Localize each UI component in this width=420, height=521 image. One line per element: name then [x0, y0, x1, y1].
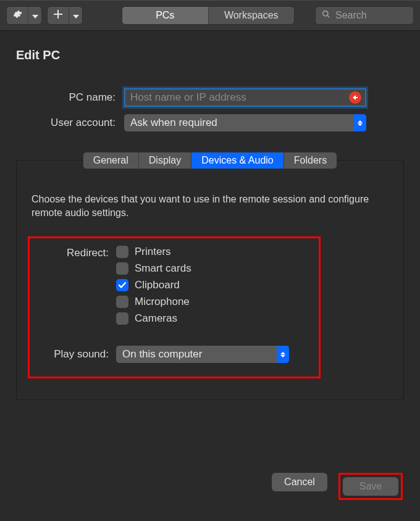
cancel-button[interactable]: Cancel: [272, 473, 327, 491]
row-play-sound: Play sound: On this computer: [36, 346, 308, 363]
gear-icon: [12, 9, 22, 22]
tab-workspaces[interactable]: Workspaces: [208, 7, 295, 24]
subtab-display[interactable]: Display: [138, 152, 191, 169]
add-button-group: [47, 6, 83, 25]
play-sound-label: Play sound:: [36, 348, 116, 361]
plus-icon: [54, 10, 62, 21]
devices-help-text: Choose the devices that you want to use …: [32, 193, 388, 219]
page-title: Edit PC: [16, 48, 404, 62]
row-pc-name: PC name:: [16, 88, 404, 107]
redirect-highlight: Redirect: Printers Smart cards: [28, 236, 321, 378]
subtab-folders[interactable]: Folders: [284, 152, 337, 169]
add-button[interactable]: [48, 7, 69, 24]
play-sound-select[interactable]: On this computer: [116, 346, 289, 363]
edit-pc-sheet: Edit PC PC name: User account: Ask when …: [0, 31, 420, 521]
subtab-general[interactable]: General: [83, 152, 138, 169]
user-account-value: Ask when required: [130, 117, 217, 129]
checkbox-clipboard[interactable]: [116, 279, 128, 291]
redirect-printers[interactable]: Printers: [116, 246, 191, 258]
settings-button[interactable]: [7, 7, 28, 24]
checkbox-cameras[interactable]: [116, 312, 128, 325]
redirect-list: Printers Smart cards Clipboard: [116, 246, 191, 325]
pc-name-field[interactable]: [124, 88, 366, 107]
tab-pcs[interactable]: PCs: [122, 7, 208, 24]
redirect-label: Redirect:: [36, 246, 116, 259]
row-redirect: Redirect: Printers Smart cards: [36, 246, 308, 325]
play-sound-value: On this computer: [122, 348, 202, 361]
save-button[interactable]: Save: [343, 477, 398, 496]
error-icon: [349, 91, 361, 104]
add-dropdown[interactable]: [69, 7, 82, 24]
pc-name-input[interactable]: [130, 91, 349, 104]
redirect-cameras[interactable]: Cameras: [116, 312, 191, 325]
checkbox-smart-cards[interactable]: [116, 262, 128, 275]
row-user-account: User account: Ask when required: [16, 114, 404, 131]
settings-dropdown[interactable]: [28, 7, 41, 24]
chevron-down-icon: [73, 10, 79, 21]
settings-button-group: [6, 6, 42, 25]
top-toolbar: PCs Workspaces: [0, 0, 420, 31]
checkbox-printers[interactable]: [116, 246, 128, 258]
redirect-smart-cards-label: Smart cards: [135, 262, 191, 275]
redirect-clipboard-label: Clipboard: [135, 279, 180, 291]
sub-tabs: General Display Devices & Audio Folders: [83, 152, 337, 169]
redirect-clipboard[interactable]: Clipboard: [116, 279, 191, 291]
pc-name-label: PC name:: [16, 91, 124, 104]
redirect-smart-cards[interactable]: Smart cards: [116, 262, 191, 275]
settings-box: General Display Devices & Audio Folders …: [16, 160, 404, 400]
svg-line-1: [327, 15, 330, 18]
user-account-label: User account:: [16, 117, 124, 129]
stepper-icon: [277, 346, 289, 363]
redirect-printers-label: Printers: [135, 246, 171, 258]
redirect-microphone[interactable]: Microphone: [116, 296, 191, 308]
main-tab-switch: PCs Workspaces: [122, 6, 295, 25]
search-input[interactable]: [335, 10, 407, 21]
stepper-icon: [354, 114, 366, 131]
chevron-down-icon: [32, 10, 38, 21]
footer-buttons: Cancel Save: [16, 473, 404, 521]
search-icon: [322, 10, 330, 21]
subtab-devices-audio[interactable]: Devices & Audio: [191, 152, 284, 169]
checkbox-microphone[interactable]: [116, 296, 128, 308]
user-account-select[interactable]: Ask when required: [124, 114, 366, 131]
redirect-cameras-label: Cameras: [135, 312, 177, 325]
svg-point-0: [323, 11, 328, 16]
save-highlight: Save: [338, 473, 403, 500]
search-field[interactable]: [315, 6, 414, 25]
redirect-microphone-label: Microphone: [135, 296, 190, 308]
